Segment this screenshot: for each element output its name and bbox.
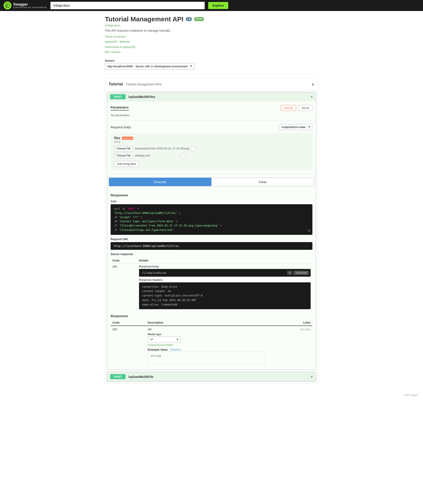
curl-code-block: curl -X 'POST' \ 'http://localhost:8080/…: [110, 204, 313, 235]
curl-section: Curl curl -X 'POST' \ 'http://localhost:…: [110, 200, 313, 235]
header: {} Swagger SUPPORTED BY SMARTBEAR Explor…: [0, 0, 423, 11]
endpoint-2-path: /uploadMultiFile: [128, 375, 153, 378]
parameters-title: Parameters: [110, 105, 129, 110]
request-url-value: http://localhost:8080/uploadMultiFiles: [110, 242, 313, 250]
endpoint-2-header[interactable]: POST /uploadMultiFile ∨: [107, 372, 316, 381]
array-label: array: [114, 140, 133, 143]
choose-file-2-button[interactable]: Choose File: [114, 153, 133, 158]
logo: {} Swagger SUPPORTED BY SMARTBEAR: [4, 1, 47, 9]
terms-link[interactable]: Terms of service: [105, 34, 318, 39]
response-headers-code-block: connection: keep-alive content-length: 1…: [139, 282, 311, 309]
tutorial-subtitle: Tutorial management APIs: [126, 83, 162, 86]
badge-oas: OAS3: [194, 17, 204, 21]
choose-file-1-button[interactable]: Choose File: [114, 146, 133, 151]
resp-col-description: Description: [146, 320, 267, 326]
cancel-button[interactable]: Cancel: [281, 105, 296, 111]
responses-definition-table: Code Description Links 200 OK: [110, 320, 313, 366]
footer-text: CSRF @qwf...: [404, 394, 419, 396]
search-input[interactable]: [50, 2, 205, 9]
endpoint-header-left: POST /uploadMultiFiles: [110, 94, 155, 99]
tutorial-header: Tutorial Tutorial management APIs ∧: [105, 79, 318, 90]
file-row-2: Choose File settings.xml -: [114, 153, 309, 158]
clear-button[interactable]: Clear: [211, 178, 314, 186]
response-row-200: 200 Response body fileUploadView ⧉ Downl…: [110, 264, 313, 310]
api-description: This API exposes endpoints to manage tut…: [105, 29, 318, 32]
files-label: files: [114, 136, 121, 140]
curl-label: Curl: [110, 200, 313, 203]
request-url-label: Request URL: [110, 237, 313, 241]
tutorial-title-row: Tutorial Tutorial management APIs: [109, 82, 162, 86]
tutorial-collapse-icon[interactable]: ∧: [312, 82, 314, 87]
main-content: Tutorial Management API 1.0 OAS3 /v3/api…: [101, 11, 322, 391]
endpoint-uploadMultiFiles: POST /uploadMultiFiles ∧ Parameters Canc…: [107, 92, 316, 370]
server-response-table: Code Details 200 Response body: [110, 258, 313, 311]
responses-section: Responses Curl curl -X 'POST' \ 'http://…: [107, 190, 316, 370]
resp-200-details: OK Media type */* Controls Accept header…: [146, 326, 267, 366]
response-body-label: Response body: [139, 265, 311, 268]
servers-select[interactable]: http://localhost:8080 - Server URL in De…: [105, 63, 195, 70]
copy-response-button[interactable]: ⧉: [287, 271, 292, 275]
response-body-code-block: fileUploadView ⧉ Download: [139, 269, 311, 277]
tutorial-section: Tutorial Tutorial management APIs ∧ POST…: [105, 78, 318, 384]
email-link[interactable]: Send email to qwfys200: [105, 44, 318, 49]
endpoint-chevron-up-icon[interactable]: ∧: [311, 95, 313, 98]
media-type-label: Media type: [148, 333, 265, 336]
params-buttons: Cancel Reset: [281, 105, 313, 111]
params-header: Parameters Cancel Reset: [110, 105, 313, 111]
file-1-name: Screenshot from 2024-02-21 17-31-59.png: [135, 147, 189, 150]
logo-subtext: SUPPORTED BY SMARTBEAR: [13, 6, 47, 9]
logo-icon: {}: [4, 1, 12, 9]
resp-200-links: No links: [267, 326, 313, 366]
api-title: Tutorial Management API: [105, 15, 184, 23]
explore-button[interactable]: Explore: [208, 2, 228, 9]
resp-200-code: 200: [110, 326, 146, 366]
curl-text: curl -X 'POST' \ 'http://localhost:8080/…: [114, 207, 222, 232]
code-col-header: Code: [110, 258, 137, 264]
remove-file-2-button[interactable]: -: [181, 153, 186, 158]
download-button[interactable]: Download: [294, 271, 309, 275]
response-actions: ⧉ Download: [287, 271, 309, 275]
content-type-select[interactable]: multipart/form-data: [279, 124, 313, 130]
method-badge-post: POST: [110, 94, 126, 99]
media-type-select[interactable]: */*: [148, 337, 181, 343]
parameters-section: Parameters Cancel Reset No parameters: [107, 102, 316, 121]
no-params-text: No parameters: [110, 114, 313, 117]
license-link[interactable]: MIT License: [105, 49, 318, 54]
copy-curl-icon[interactable]: ⧉: [308, 228, 310, 233]
api-url-link[interactable]: /v3/api-docs: [105, 24, 318, 27]
execute-button[interactable]: Execute: [109, 178, 211, 186]
schema-link[interactable]: Schema: [170, 348, 181, 351]
files-upload-section: files required array Choose File Screens…: [110, 133, 313, 170]
resp-col-code: Code: [110, 320, 146, 326]
endpoint-2-chevron-down-icon[interactable]: ∨: [311, 375, 313, 378]
response-body-value: fileUploadView: [142, 271, 166, 275]
request-body-title: Request body: [110, 125, 131, 129]
files-label-group: files required array: [114, 136, 133, 143]
endpoint-uploadMultiFile: POST /uploadMultiFile ∨: [107, 372, 316, 382]
endpoint-header[interactable]: POST /uploadMultiFiles ∧: [107, 92, 316, 102]
add-string-item-button[interactable]: Add string item: [114, 161, 139, 167]
server-response-title: Server response: [110, 252, 313, 256]
section-divider: [105, 74, 318, 74]
file-row-1: Choose File Screenshot from 2024-02-21 1…: [114, 146, 309, 151]
example-value-label: Example Value: [148, 348, 168, 351]
website-link[interactable]: qwfys200 - Website: [105, 39, 318, 44]
responses-table-section: Responses Code Description Links: [110, 314, 313, 366]
files-label-row: files required array: [114, 136, 309, 143]
file-2-name: settings.xml: [135, 154, 179, 157]
remove-file-1-button[interactable]: -: [191, 146, 196, 151]
example-value-row: Example Value Schema: [148, 348, 265, 351]
endpoint-body: Parameters Cancel Reset No parameters Re…: [107, 102, 316, 370]
responses-table-title: Responses: [110, 314, 313, 318]
svg-text:{}: {}: [6, 4, 8, 7]
tutorial-title: Tutorial: [109, 82, 123, 86]
resp-200-desc: OK: [148, 328, 265, 331]
required-badge: required: [122, 137, 133, 140]
method-badge-post-2: POST: [110, 374, 126, 379]
response-headers-label: Response headers: [139, 278, 311, 282]
logo-name: Swagger: [13, 2, 47, 6]
api-title-row: Tutorial Management API 1.0 OAS3: [105, 15, 318, 23]
server-response-section: Server response Code Details 200: [110, 252, 313, 311]
reset-button[interactable]: Reset: [298, 105, 313, 111]
details-col-header: Details: [137, 258, 313, 264]
